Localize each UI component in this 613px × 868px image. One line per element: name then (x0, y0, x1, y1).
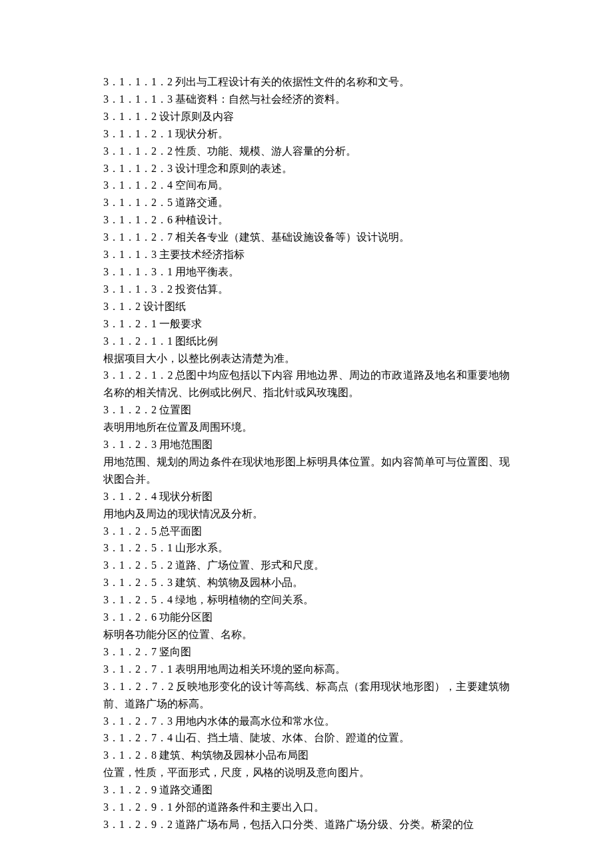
document-line: 3．1．2．7．4 山石、挡土墙、陡坡、水体、台阶、蹬道的位置。 (103, 729, 510, 747)
document-line: 3．1．2．1 一般要求 (103, 315, 510, 333)
document-line: 3．1．2．5 总平面图 (103, 523, 510, 540)
document-line: 3．1．2．1．2 总图中均应包括以下内容 用地边界、周边的市政道路及地名和重要… (103, 367, 510, 401)
document-line: 3．1．2．7．2 反映地形变化的设计等高线、标高点（套用现状地形图），主要建筑… (103, 678, 510, 713)
document-line: 3．1．1．1．2 列出与工程设计有关的依据性文件的名称和文号。 (103, 73, 510, 91)
document-line: 3．1．2．7．3 用地内水体的最高水位和常水位。 (103, 713, 510, 730)
document-line: 3．1．1．2．1 现状分析。 (103, 125, 510, 143)
document-line: 3．1．1．3．1 用地平衡表。 (103, 263, 510, 281)
document-line: 3．1．2．9．1 外部的道路条件和主要出入口。 (103, 799, 510, 816)
document-line: 3．1．1．2．2 性质、功能、规模、游人容量的分析。 (103, 143, 510, 160)
document-line: 根据项目大小，以整比例表达清楚为准。 (103, 350, 510, 367)
document-line: 用地内及周边的现状情况及分析。 (103, 505, 510, 523)
document-line: 3．1．2．2 位置图 (103, 401, 510, 419)
document-line: 3．1．2．6 功能分区图 (103, 609, 510, 626)
document-line: 3．1．2 设计图纸 (103, 298, 510, 315)
document-line: 3．1．2．3 用地范围图 (103, 436, 510, 453)
document-line: 3．1．2．5．4 绿地，标明植物的空间关系。 (103, 591, 510, 609)
document-line: 标明各功能分区的位置、名称。 (103, 626, 510, 643)
document-line: 3．1．1．2 设计原则及内容 (103, 108, 510, 125)
document-body: 3．1．1．1．2 列出与工程设计有关的依据性文件的名称和文号。3．1．1．1．… (103, 73, 510, 833)
document-line: 3．1．1．2．3 设计理念和原则的表述。 (103, 160, 510, 177)
document-line: 3．1．2．9 道路交通图 (103, 781, 510, 799)
document-line: 3．1．2．4 现状分析图 (103, 488, 510, 505)
document-line: 3．1．2．8 建筑、构筑物及园林小品布局图 (103, 747, 510, 764)
document-line: 3．1．1．2．5 道路交通。 (103, 194, 510, 211)
document-line: 3．1．1．2．6 种植设计。 (103, 211, 510, 229)
document-line: 3．1．1．3 主要技术经济指标 (103, 246, 510, 263)
document-line: 3．1．1．3．2 投资估算。 (103, 281, 510, 298)
document-line: 3．1．1．2．7 相关各专业（建筑、基础设施设备等）设计说明。 (103, 229, 510, 246)
document-line: 3．1．2．9．2 道路广场布局，包括入口分类、道路广场分级、分类。桥梁的位 (103, 816, 510, 833)
document-line: 3．1．2．5．1 山形水系。 (103, 539, 510, 557)
document-line: 位置，性质，平面形式，尺度，风格的说明及意向图片。 (103, 764, 510, 781)
document-line: 3．1．2．1．1 图纸比例 (103, 333, 510, 350)
document-line: 3．1．2．7．1 表明用地周边相关环境的竖向标高。 (103, 661, 510, 678)
document-line: 3．1．1．1．3 基础资料：自然与社会经济的资料。 (103, 91, 510, 108)
document-line: 3．1．1．2．4 空间布局。 (103, 177, 510, 194)
document-line: 表明用地所在位置及周围环境。 (103, 419, 510, 436)
document-line: 用地范围、规划的周边条件在现状地形图上标明具体位置。如内容简单可与位置图、现状图… (103, 453, 510, 488)
document-line: 3．1．2．5．2 道路、广场位置、形式和尺度。 (103, 557, 510, 574)
document-line: 3．1．2．5．3 建筑、构筑物及园林小品。 (103, 574, 510, 591)
document-line: 3．1．2．7 竖向图 (103, 643, 510, 661)
